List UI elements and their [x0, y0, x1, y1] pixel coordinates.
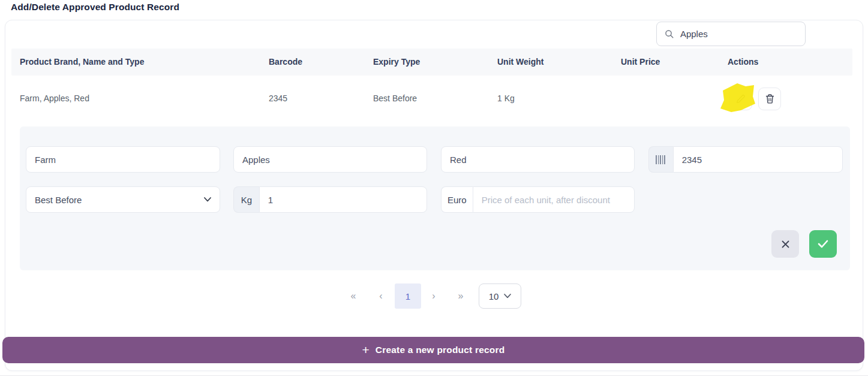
delete-button[interactable] [758, 88, 781, 110]
bottom-divider [0, 375, 868, 376]
pagination-first-button[interactable]: « [344, 283, 363, 309]
column-header-unit-price: Unit Price [621, 57, 660, 67]
edit-button[interactable] [729, 88, 752, 110]
page: Add/Delete Approved Product Record Produ… [0, 0, 868, 377]
column-header-product: Product Brand, Name and Type [20, 57, 144, 67]
trash-icon [765, 94, 775, 104]
cell-product: Farm, Apples, Red [20, 94, 89, 103]
pagination-last-button[interactable]: » [451, 283, 470, 309]
search-box [656, 22, 806, 46]
product-record-card: Product Brand, Name and Type Barcode Exp… [5, 20, 863, 371]
pagination-current-page[interactable]: 1 [395, 283, 421, 309]
page-size-value: 10 [489, 291, 499, 301]
close-icon [781, 240, 790, 249]
cell-expiry-type: Best Before [373, 94, 417, 103]
page-title: Add/Delete Approved Product Record [11, 2, 179, 13]
plus-icon: + [362, 343, 370, 356]
expiry-type-select[interactable]: Best Before [26, 186, 220, 213]
chevron-down-icon [204, 197, 211, 202]
search-icon [665, 29, 674, 40]
cell-barcode: 2345 [269, 94, 287, 103]
expiry-type-selected-value: Best Before [35, 195, 204, 205]
create-product-button[interactable]: + Create a new product record [2, 337, 864, 363]
column-header-barcode: Barcode [269, 57, 302, 67]
barcode-icon [648, 146, 673, 173]
name-field[interactable] [233, 146, 427, 173]
brand-field[interactable] [26, 146, 220, 173]
unit-weight-field[interactable] [259, 186, 427, 213]
column-header-actions: Actions [728, 57, 758, 67]
column-header-unit-weight: Unit Weight [497, 57, 544, 67]
type-field[interactable] [441, 146, 635, 173]
column-header-expiry-type: Expiry Type [373, 57, 420, 67]
pagination-prev-button[interactable]: ‹ [371, 283, 391, 309]
search-input[interactable] [680, 29, 797, 39]
unit-weight-prefix: Kg [233, 186, 259, 213]
pagination-next-button[interactable]: › [424, 283, 443, 309]
unit-price-prefix: Euro [441, 186, 473, 213]
edit-form-panel: Best Before Kg Euro [20, 126, 850, 270]
page-size-select[interactable]: 10 [479, 283, 521, 309]
confirm-edit-button[interactable] [809, 230, 837, 258]
unit-price-field[interactable] [473, 186, 635, 213]
check-icon [817, 239, 829, 249]
barcode-field[interactable] [673, 146, 843, 173]
pencil-icon [735, 94, 746, 104]
cell-unit-weight: 1 Kg [497, 94, 515, 103]
cancel-edit-button[interactable] [771, 230, 799, 258]
create-product-label: Create a new product record [376, 345, 505, 355]
chevron-down-icon [504, 294, 511, 298]
